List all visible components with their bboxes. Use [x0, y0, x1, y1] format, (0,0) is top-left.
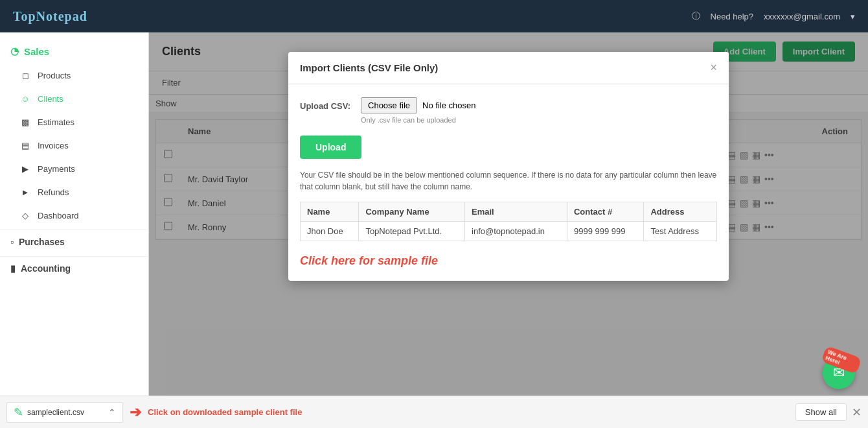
sample-name: Jhon Doe	[301, 222, 359, 241]
sidebar-refunds-label: Refunds	[38, 187, 69, 197]
sample-email: info@topnotepad.in	[465, 222, 567, 241]
download-item-left: ✎ sampleclient.csv	[14, 405, 84, 420]
sample-table-row: Jhon Doe TopNotepad Pvt.Ltd. info@topnot…	[301, 222, 717, 241]
file-input-row: Choose file No file chosen	[361, 97, 475, 113]
payments-icon: ▶	[19, 163, 31, 174]
modal-header: Import Clients (CSV File Only) ×	[288, 52, 729, 84]
download-filename: sampleclient.csv	[27, 408, 84, 417]
topnav-right: ⓘ Need help? xxxxxxx@gmail.com ▾	[692, 10, 855, 22]
logo-top: Top	[13, 9, 36, 23]
modal-body: Upload CSV: Choose file No file chosen O…	[288, 84, 729, 281]
sidebar-item-payments[interactable]: ▶ Payments	[0, 157, 148, 180]
upload-button[interactable]: Upload	[300, 136, 361, 159]
bottom-bar-close-button[interactable]: ✕	[852, 405, 862, 420]
bottom-download-bar: ✎ sampleclient.csv ⌃ ➔ Click on download…	[0, 396, 868, 428]
sample-contact: 9999 999 999	[567, 222, 644, 241]
file-hint: Only .csv file can be uploaded	[361, 116, 475, 124]
choose-file-button[interactable]: Choose file	[361, 97, 417, 113]
sidebar-item-invoices[interactable]: ▤ Invoices	[0, 134, 148, 157]
logo-notepad: Notepad	[36, 9, 87, 23]
sidebar-item-clients[interactable]: ☺ Clients	[0, 87, 148, 110]
modal-title: Import Clients (CSV File Only)	[300, 62, 438, 73]
download-chevron-icon[interactable]: ⌃	[108, 407, 116, 418]
upload-row: Upload CSV: Choose file No file chosen O…	[300, 97, 717, 124]
upload-label: Upload CSV:	[300, 97, 350, 111]
csv-info-text: Your CSV file should be in the below men…	[300, 169, 717, 193]
box-icon: ◻	[19, 69, 31, 81]
download-file-item: ✎ sampleclient.csv ⌃	[6, 402, 123, 423]
col-address-header: Address	[644, 202, 717, 222]
sales-label: Sales	[24, 46, 49, 57]
download-arrow-icon: ➔	[130, 404, 141, 421]
csv-file-icon: ✎	[14, 405, 23, 420]
import-modal: Import Clients (CSV File Only) × Upload …	[288, 52, 729, 281]
purchases-label: Purchases	[19, 237, 65, 247]
show-all-button[interactable]: Show all	[795, 403, 847, 421]
sidebar: ◔ Sales ◻ Products ☺ Clients ▩ Estimates…	[0, 32, 149, 428]
col-name-header: Name	[301, 202, 359, 222]
top-navigation: TopNotepad ⓘ Need help? xxxxxxx@gmail.co…	[0, 0, 868, 32]
sample-table-header: Name Company Name Email Contact # Addres…	[301, 202, 717, 222]
sidebar-dashboard-label: Dashboard	[38, 211, 79, 220]
sidebar-item-dashboard[interactable]: ◇ Dashboard	[0, 204, 148, 227]
accounting-group[interactable]: ▮ Accounting	[0, 256, 148, 280]
help-link[interactable]: Need help?	[711, 12, 754, 21]
user-dropdown-icon[interactable]: ▾	[851, 12, 855, 21]
invoices-icon: ▤	[19, 139, 31, 151]
download-hint-text: Click on downloaded sample client file	[148, 407, 302, 417]
sales-section-header[interactable]: ◔ Sales	[0, 39, 148, 64]
sidebar-estimates-label: Estimates	[38, 117, 74, 127]
no-file-text: No file chosen	[422, 101, 475, 110]
sample-csv-table: Name Company Name Email Contact # Addres…	[300, 202, 717, 241]
purchases-group[interactable]: ▫ Purchases	[0, 230, 148, 254]
accounting-label: Accounting	[21, 263, 71, 274]
help-icon: ⓘ	[692, 10, 700, 22]
col-email-header: Email	[465, 202, 567, 222]
col-contact-header: Contact #	[567, 202, 644, 222]
estimates-icon: ▩	[19, 116, 31, 128]
sales-icon: ◔	[10, 45, 19, 57]
chat-widget: We Are Here! ✉	[823, 357, 855, 389]
app-logo: TopNotepad	[13, 9, 87, 24]
clients-icon: ☺	[19, 93, 31, 104]
file-input-area: Choose file No file chosen Only .csv fil…	[361, 97, 475, 124]
refunds-icon: ►	[19, 186, 31, 198]
main-content: Clients Add Client Import Client Filter …	[149, 32, 868, 428]
sample-file-link[interactable]: Click here for sample file	[300, 254, 438, 268]
sidebar-item-estimates[interactable]: ▩ Estimates	[0, 110, 148, 134]
sidebar-invoices-label: Invoices	[38, 141, 69, 150]
col-company-header: Company Name	[359, 202, 465, 222]
modal-close-button[interactable]: ×	[710, 61, 717, 75]
sidebar-item-refunds[interactable]: ► Refunds	[0, 180, 148, 204]
purchases-icon: ▫	[10, 237, 14, 247]
dashboard-icon: ◇	[19, 209, 31, 221]
modal-overlay: Import Clients (CSV File Only) × Upload …	[149, 32, 868, 428]
sidebar-payments-label: Payments	[38, 164, 75, 174]
sample-address: Test Address	[644, 222, 717, 241]
sample-company: TopNotepad Pvt.Ltd.	[359, 222, 465, 241]
sidebar-item-products[interactable]: ◻ Products	[0, 64, 148, 87]
user-email: xxxxxxx@gmail.com	[764, 12, 840, 21]
sidebar-products-label: Products	[38, 71, 71, 80]
sidebar-clients-label: Clients	[38, 94, 63, 104]
accounting-icon: ▮	[10, 263, 16, 274]
